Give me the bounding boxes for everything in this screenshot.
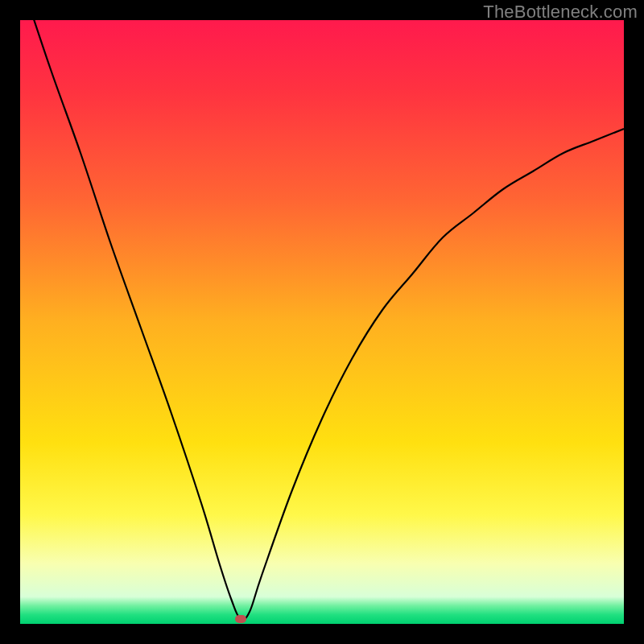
curve-line	[20, 20, 624, 620]
watermark-text: TheBottleneck.com	[483, 2, 638, 23]
chart-frame: TheBottleneck.com	[0, 0, 644, 644]
bottleneck-curve	[20, 20, 624, 624]
plot-area	[20, 20, 624, 624]
optimal-point-marker	[235, 615, 246, 623]
